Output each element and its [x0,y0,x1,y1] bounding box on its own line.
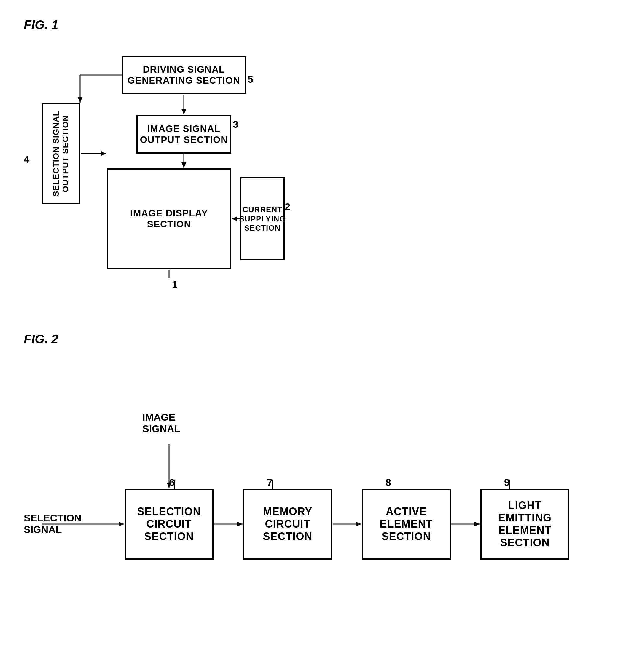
box-active-element: ACTIVEELEMENTSECTION [362,488,451,560]
image-signal-label: IMAGE SIGNALOUTPUT SECTION [140,123,228,145]
image-signal-label: IMAGESIGNAL [142,411,180,435]
box-image-signal: IMAGE SIGNALOUTPUT SECTION [136,115,231,153]
fig1-label: FIG. 1 [24,18,350,32]
box-image-display: IMAGE DISPLAY SECTION [107,168,231,269]
selection-signal-label: SELECTION SIGNAL OUTPUT SECTION [51,104,70,203]
light-emitting-label: LIGHT EMITTINGELEMENTSECTION [482,499,568,549]
memory-circuit-label: MEMORYCIRCUITSECTION [263,505,312,543]
ref-7: 7 [267,477,273,488]
box-driving: DRIVING SIGNALGENERATING SECTION [122,56,246,94]
selection-circuit-label: SELECTIONCIRCUITSECTION [137,505,201,543]
ref-9: 9 [504,477,510,488]
ref-3: 3 [233,119,238,130]
ref-4: 4 [24,153,29,165]
svg-marker-1 [182,109,186,114]
image-display-label: IMAGE DISPLAY SECTION [108,208,230,230]
box-light-emitting: LIGHT EMITTINGELEMENTSECTION [480,488,569,560]
svg-marker-15 [119,522,124,526]
ref-5: 5 [248,73,253,85]
fig2-container: FIG. 2 IMAGESIGNAL SELECTIONSIGNAL [24,332,605,649]
svg-marker-17 [237,522,242,526]
box-memory-circuit: MEMORYCIRCUITSECTION [243,488,332,560]
svg-marker-21 [474,522,480,526]
svg-marker-8 [101,151,106,156]
current-supplying-label: CURRENTSUPPLYINGSECTION [239,205,286,233]
fig1-container: FIG. 1 DRIVING SIGNALGENERATING SECTIO [24,18,350,305]
driving-label: DRIVING SIGNALGENERATING SECTION [127,64,240,86]
ref-6: 6 [169,477,175,488]
fig2-label: FIG. 2 [24,332,605,346]
ref-2: 2 [285,201,290,213]
fig2-diagram: IMAGESIGNAL SELECTIONSIGNAL SELECTIONCIR… [24,352,605,649]
svg-marker-10 [232,216,237,221]
svg-marker-19 [356,522,361,526]
active-element-label: ACTIVEELEMENTSECTION [380,505,433,543]
box-current-supplying: CURRENTSUPPLYINGSECTION [240,177,285,260]
svg-marker-3 [182,163,186,168]
box-selection-circuit: SELECTIONCIRCUITSECTION [124,488,213,560]
fig1-diagram: DRIVING SIGNALGENERATING SECTION IMAGE S… [24,38,350,305]
selection-signal-label: SELECTIONSIGNAL [24,512,81,535]
ref-1: 1 [172,279,178,290]
ref-8: 8 [385,477,391,488]
svg-marker-6 [78,97,83,102]
box-selection-signal: SELECTION SIGNAL OUTPUT SECTION [42,103,80,204]
